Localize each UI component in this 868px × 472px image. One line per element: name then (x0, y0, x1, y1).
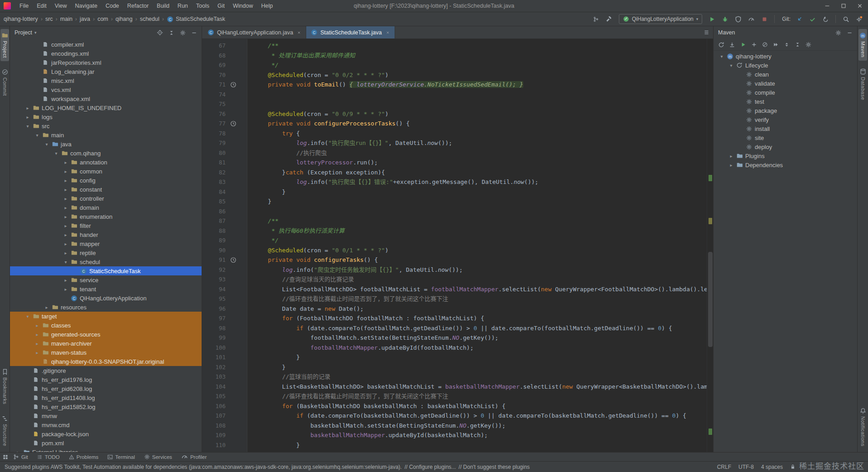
status-widget-crlf[interactable]: CRLF (717, 464, 731, 470)
tree-item-vcs-xml[interactable]: vcs.xml (10, 85, 202, 94)
tree-item-external-libraries[interactable]: ▸External Libraries (10, 448, 202, 452)
breadcrumb-item-com[interactable]: com (97, 16, 108, 22)
chevron-closed-icon[interactable]: ▸ (34, 341, 41, 346)
chevron-open-icon[interactable]: ▾ (43, 142, 50, 147)
tree-item-classes[interactable]: ▸classes (10, 321, 202, 330)
add-icon[interactable] (749, 40, 759, 50)
build-hammer-icon[interactable] (604, 14, 615, 24)
tree-item-encodings-xml[interactable]: encodings.xml (10, 49, 202, 58)
maximize-button[interactable] (835, 0, 852, 12)
menu-refactor[interactable]: Refactor (123, 0, 153, 12)
minimize-button[interactable] (819, 0, 835, 12)
breadcrumb-item-staticscheduletask[interactable]: StaticScheduleTask (176, 16, 225, 22)
editor-tab-qihanglotteryapplication-java[interactable]: CQiHangLotteryApplication.java (203, 26, 306, 39)
settings-icon[interactable] (803, 40, 813, 50)
tree-item-qihang-lottery[interactable]: ▾mqihang-lottery (714, 52, 857, 61)
tree-item-clean[interactable]: clean (714, 70, 857, 79)
tree-item-common[interactable]: ▸common (10, 167, 202, 176)
refresh-icon[interactable] (716, 40, 726, 50)
menu-build[interactable]: Build (153, 0, 174, 12)
chevron-closed-icon[interactable]: ▸ (728, 154, 735, 159)
tool-stripe-bookmarks[interactable]: Bookmarks (1, 366, 9, 408)
tree-item-hs-err-pid1976-log[interactable]: hs_err_pid1976.log (10, 375, 202, 384)
tree-item-package[interactable]: package (714, 106, 857, 115)
tree-item-test[interactable]: test (714, 97, 857, 106)
tree-item-verify[interactable]: verify (714, 115, 857, 124)
tool-stripe-structure[interactable]: Structure (1, 412, 9, 449)
tree-item-hs-err-pid6208-log[interactable]: hs_err_pid6208.log (10, 384, 202, 393)
tree-item-compile[interactable]: compile (714, 88, 857, 97)
run-maven-icon[interactable] (738, 40, 748, 50)
tree-item-pom-xml[interactable]: pom.xml (10, 438, 202, 448)
list-icon[interactable] (704, 29, 709, 35)
chevron-open-icon[interactable]: ▾ (718, 54, 725, 59)
stop-icon[interactable] (759, 14, 770, 24)
hide-icon[interactable] (847, 30, 853, 36)
tool-stripe-project[interactable]: Project (0, 29, 9, 61)
chevron-closed-icon[interactable]: ▸ (62, 160, 69, 165)
tree-item-domain[interactable]: ▸domain (10, 203, 202, 212)
tool-stripe-notifications[interactable]: Notifications (859, 405, 867, 449)
tree-item-gitignore[interactable]: .gitignore (10, 366, 202, 375)
tree-item-com-qihang[interactable]: ▾com.qihang (10, 149, 202, 158)
chevron-open-icon[interactable]: ▾ (53, 151, 60, 156)
hide-icon[interactable] (191, 30, 197, 36)
chevron-closed-icon[interactable]: ▸ (62, 178, 69, 183)
menu-code[interactable]: Code (101, 0, 123, 12)
tree-item-reptile[interactable]: ▸reptile (10, 248, 202, 257)
tool-window-button-problems[interactable]: Problems (65, 453, 103, 461)
tool-stripe-maven[interactable]: mMaven (858, 29, 867, 61)
tree-item-mapper[interactable]: ▸mapper (10, 239, 202, 248)
collapse-all-icon[interactable] (792, 40, 802, 50)
chevron-open-icon[interactable]: ▾ (24, 124, 31, 129)
chevron-closed-icon[interactable]: ▸ (62, 278, 69, 283)
tree-item-filter[interactable]: ▸filter (10, 221, 202, 230)
tree-item-maven-status[interactable]: ▸maven-status (10, 348, 202, 357)
status-widget-utf-8[interactable]: UTF-8 (738, 464, 754, 470)
tree-item-target[interactable]: ▾target (10, 312, 202, 321)
tree-item-package-lock-json[interactable]: package-lock.json (10, 429, 202, 438)
tree-item-dependencies[interactable]: ▸Dependencies (714, 160, 857, 169)
menu-navigate[interactable]: Navigate (71, 0, 101, 12)
commit-icon[interactable] (807, 14, 818, 24)
tool-window-button-services[interactable]: Services (140, 453, 176, 461)
chevron-open-icon[interactable]: ▾ (24, 314, 31, 319)
chevron-closed-icon[interactable]: ▸ (62, 250, 69, 255)
vcs-branch-icon[interactable] (591, 14, 602, 24)
tree-item-mvnw[interactable]: mvnw (10, 411, 202, 420)
chevron-open-icon[interactable]: ▾ (728, 63, 735, 68)
menu-help[interactable]: Help (257, 0, 277, 12)
chevron-closed-icon[interactable]: ▸ (62, 232, 69, 237)
close-icon[interactable] (386, 30, 390, 35)
tool-window-button-todo[interactable]: TODO (33, 453, 64, 461)
revert-icon[interactable] (820, 14, 831, 24)
menu-tools[interactable]: Tools (192, 0, 213, 12)
tree-item-qihang-lottery-0-0-3-snapshot-jar-original[interactable]: qihang-lottery-0.0.3-SNAPSHOT.jar.origin… (10, 357, 202, 366)
locate-icon[interactable] (157, 29, 163, 36)
chevron-closed-icon[interactable]: ▸ (62, 287, 69, 292)
tree-item-install[interactable]: install (714, 124, 857, 133)
offline-icon[interactable] (760, 40, 770, 50)
tree-item-compiler-xml[interactable]: compiler.xml (10, 40, 202, 49)
tree-item-logs[interactable]: ▸logs (10, 112, 202, 121)
chevron-closed-icon[interactable]: ▸ (62, 169, 69, 174)
breadcrumb-item-src[interactable]: src (45, 16, 53, 22)
breadcrumb-item-qihang-lottery[interactable]: qihang-lottery (4, 16, 38, 22)
menu-git[interactable]: Git (213, 0, 229, 12)
settings-update-icon[interactable] (854, 14, 864, 24)
chevron-closed-icon[interactable]: ▸ (62, 214, 69, 219)
breadcrumb-item-main[interactable]: main (60, 16, 72, 22)
tree-item-staticscheduletask[interactable]: CStaticScheduleTask (10, 266, 202, 275)
tree-item-java[interactable]: ▾java (10, 140, 202, 149)
breadcrumb-item-java[interactable]: java (80, 16, 90, 22)
tree-item-generated-sources[interactable]: ▸generated-sources (10, 330, 202, 339)
tree-item-log-cleaning-jar[interactable]: Log_cleaning.jar (10, 67, 202, 76)
tree-item-hs-err-pid15852-log[interactable]: hs_err_pid15852.log (10, 402, 202, 411)
tree-item-mvnw-cmd[interactable]: mvnw.cmd (10, 420, 202, 429)
debug-icon[interactable] (719, 14, 730, 24)
expand-all-icon[interactable] (781, 40, 791, 50)
editor-tab-staticscheduletask-java[interactable]: CStaticScheduleTask.java (306, 26, 395, 39)
chevron-closed-icon[interactable]: ▸ (62, 241, 69, 246)
menu-run[interactable]: Run (174, 0, 192, 12)
tree-item-misc-xml[interactable]: misc.xml (10, 76, 202, 85)
